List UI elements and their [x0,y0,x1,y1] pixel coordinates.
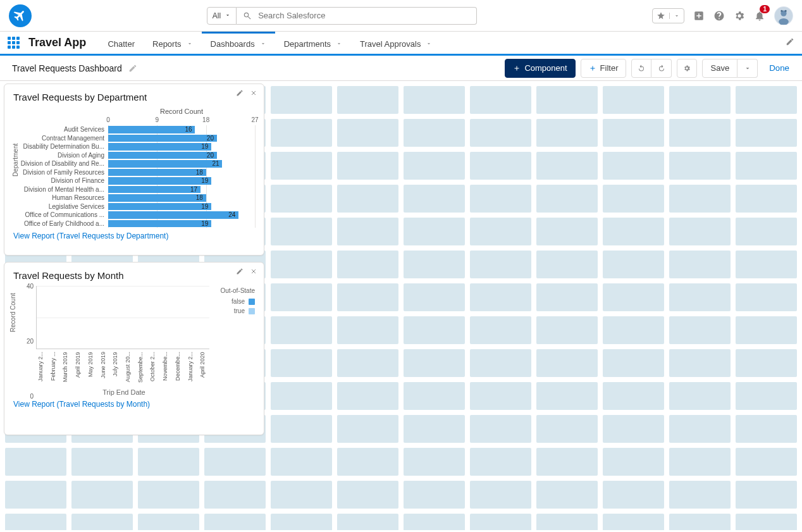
legend-entry: false [212,298,255,305]
search-icon [243,11,252,20]
chart-bar: Division of Finance19 [13,176,255,185]
chevron-down-icon [674,13,680,19]
search-scope-label: All [213,11,221,20]
chart-bar: Division of Mental Health a...17 [13,185,255,194]
chevron-down-icon [187,39,193,49]
notification-badge: 1 [760,5,770,13]
add-tab-button[interactable] [693,10,705,22]
component-card-dept[interactable]: Travel Requests by Department Record Cou… [4,84,264,256]
salesforce-logo[interactable] [9,4,32,27]
component-title: Travel Requests by Month [13,270,255,281]
chart-dept: Record Count 091827 Department Audit Ser… [13,108,255,228]
chart-bar: Division of Disability and Re...21 [13,159,255,168]
close-icon [250,89,257,97]
chevron-down-icon [225,11,231,20]
toolbar-actions: Component Filter Save Done [505,59,796,78]
component-actions [236,268,257,277]
svg-point-3 [780,9,782,11]
chart-x-axis-title: Trip End Date [36,388,212,396]
redo-button[interactable] [651,59,672,78]
global-header: All 1 [0,0,802,32]
chart-bar: Audit Services16 [13,125,255,134]
plus-box-icon [693,10,705,22]
chevron-down-icon [426,39,432,49]
component-card-month[interactable]: Travel Requests by Month Record Count 02… [4,262,264,435]
help-button[interactable] [713,10,725,22]
star-icon [657,11,665,20]
chart-y-ticks: 02040 [25,286,35,396]
undo-redo-group [631,59,672,78]
close-icon [250,268,257,275]
legend-swatch-icon [249,299,255,305]
remove-component-button[interactable] [250,89,257,99]
chevron-down-icon [336,39,342,49]
chart-x-axis-title: Record Count [108,108,255,115]
app-name: Travel App [28,32,86,54]
chart-bar: Contract Management20 [13,134,255,143]
airplane-icon [13,9,27,23]
header-actions: 1 [652,6,793,25]
add-filter-button[interactable]: Filter [581,59,627,78]
component-actions [236,89,257,99]
favorites-button[interactable] [652,8,684,23]
view-report-link[interactable]: View Report (Travel Requests by Departme… [13,232,168,240]
nav-tab-reports[interactable]: Reports [144,32,202,54]
dashboard-properties-button[interactable] [677,59,697,78]
chart-bar: Division of Aging20 [13,151,255,160]
chart-rows: Department Audit Services16Contract Mana… [13,125,255,228]
pencil-icon [236,268,244,275]
undo-icon [638,65,645,72]
chart-bar: Office of Early Childhood a...19 [13,220,255,228]
legend-entry: true [212,307,255,314]
avatar-illustration-icon [775,7,793,25]
add-component-label: Component [524,63,567,73]
app-launcher-button[interactable] [8,32,20,54]
nav-tab-chatter[interactable]: Chatter [99,32,144,54]
pencil-icon [128,64,137,73]
dashboard-toolbar: Travel Requests Dashboard Component Filt… [0,56,802,81]
nav-tabs: ChatterReportsDashboardsDepartmentsTrave… [99,32,441,54]
gear-icon [683,65,691,72]
edit-nav-button[interactable] [786,37,794,48]
add-filter-label: Filter [600,63,619,73]
done-button[interactable]: Done [763,63,796,73]
nav-tab-departments[interactable]: Departments [275,32,351,54]
search-input[interactable] [257,10,470,21]
chart-bar: Office of Communications ...24 [13,211,255,220]
legend-title: Out-of-State [212,287,255,294]
help-icon [713,10,725,22]
search-scope-dropdown[interactable]: All [207,7,237,25]
component-title: Travel Requests by Department [13,92,255,102]
chart-legend: Out-of-State falsetrue [212,286,255,396]
save-group: Save [702,59,758,78]
global-nav: Travel App ChatterReportsDashboardsDepar… [0,32,802,56]
plus-icon [513,65,521,72]
chart-month: Record Count 02040 January 2...February … [13,286,255,396]
plus-icon [589,65,596,72]
dashboard-canvas: Travel Requests by Department Record Cou… [0,81,802,530]
chevron-down-icon [744,65,751,72]
nav-tab-dashboards[interactable]: Dashboards [202,32,275,54]
dashboard-title-wrap[interactable]: Travel Requests Dashboard [6,60,143,77]
save-menu-button[interactable] [737,59,758,78]
chart-y-axis-title: Record Count [9,293,16,332]
dashboard-title: Travel Requests Dashboard [12,63,122,73]
chart-bar: Legislative Services19 [13,202,255,211]
setup-button[interactable] [734,10,745,22]
view-report-link[interactable]: View Report (Travel Requests by Month) [13,400,150,409]
nav-tab-travel-approvals[interactable]: Travel Approvals [351,32,441,54]
add-component-button[interactable]: Component [505,59,575,78]
save-button[interactable]: Save [702,59,737,78]
edit-component-button[interactable] [236,89,244,99]
pencil-icon [786,37,794,46]
chart-y-axis-title: Department [12,144,19,176]
notifications-button[interactable]: 1 [754,10,765,22]
user-avatar[interactable] [774,6,793,25]
remove-component-button[interactable] [250,268,257,277]
svg-point-4 [785,9,787,11]
chart-plot [36,286,209,349]
chart-x-ticks: 091827 [108,116,255,125]
edit-component-button[interactable] [236,268,244,277]
chart-bar: Human Resources18 [13,194,255,202]
undo-button[interactable] [631,59,651,78]
